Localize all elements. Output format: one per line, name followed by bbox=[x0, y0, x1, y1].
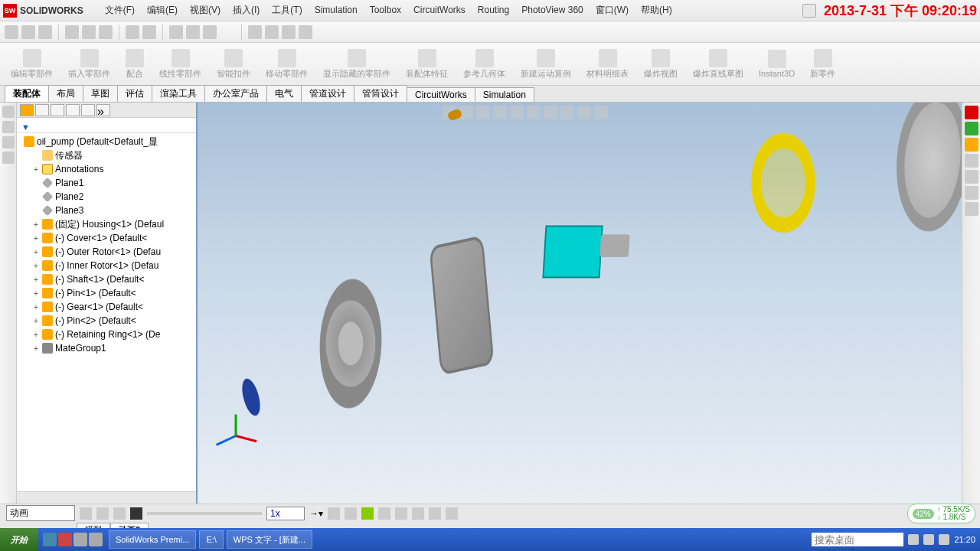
scene-icon[interactable] bbox=[577, 106, 591, 119]
taskbar-item[interactable]: SolidWorks Premi... bbox=[109, 530, 196, 549]
display-style-icon[interactable] bbox=[527, 106, 541, 119]
cmd-装配体特征[interactable]: 装配体特征 bbox=[401, 47, 452, 81]
cmd-参考几何体[interactable]: 参考几何体 bbox=[459, 47, 510, 81]
fm-tab2-icon[interactable] bbox=[2, 121, 15, 133]
part-cover-ring[interactable] bbox=[733, 133, 833, 233]
cmd-线性零部件[interactable]: 线性零部件 bbox=[155, 47, 206, 81]
tree-item[interactable]: +(-) Pin<1> (Default< bbox=[17, 286, 196, 300]
tree-item[interactable]: Plane1 bbox=[17, 176, 196, 190]
animation-wizard-icon[interactable] bbox=[345, 507, 357, 520]
section-icon[interactable] bbox=[299, 25, 312, 39]
quicklaunch-icon[interactable] bbox=[89, 533, 103, 546]
tray-icon[interactable] bbox=[908, 534, 919, 545]
zoom-fit-icon[interactable] bbox=[186, 25, 200, 39]
tree-item[interactable]: 传感器 bbox=[17, 148, 196, 162]
tree-item[interactable]: +Annotations bbox=[17, 162, 196, 176]
tree-item[interactable]: +(固定) Housing<1> (Defaul bbox=[17, 217, 196, 231]
fm-display-tab-icon[interactable] bbox=[81, 104, 95, 116]
stop-icon[interactable] bbox=[130, 507, 142, 520]
select-icon[interactable] bbox=[169, 25, 183, 39]
redo-icon[interactable] bbox=[99, 25, 113, 39]
tree-item[interactable]: +(-) Retaining Ring<1> (De bbox=[17, 328, 196, 341]
tab-办公室产品[interactable]: 办公室产品 bbox=[204, 85, 267, 102]
menu-Routing[interactable]: Routing bbox=[472, 5, 515, 15]
tray-icon[interactable] bbox=[923, 534, 934, 545]
taskpane-more-icon[interactable] bbox=[965, 202, 978, 216]
gravity-icon[interactable] bbox=[446, 507, 458, 520]
tab-草图[interactable]: 草图 bbox=[83, 85, 118, 102]
tab-管筒设计[interactable]: 管筒设计 bbox=[354, 85, 407, 102]
fm-tab4-icon[interactable] bbox=[2, 152, 15, 164]
desktop-search-input[interactable] bbox=[812, 533, 903, 546]
playback-slider[interactable] bbox=[147, 512, 262, 515]
view-settings-icon[interactable] bbox=[594, 106, 608, 119]
tab-布局[interactable]: 布局 bbox=[48, 85, 83, 102]
tree-item[interactable]: +(-) Shaft<1> (Default< bbox=[17, 272, 196, 286]
tree-root[interactable]: oil_pump (Default<Default_显 bbox=[17, 135, 196, 148]
cmd-新零件[interactable]: 新零件 bbox=[805, 47, 840, 81]
menu-CircuitWorks[interactable]: CircuitWorks bbox=[407, 5, 472, 15]
menu-文件(F)[interactable]: 文件(F) bbox=[99, 5, 141, 15]
motor-icon[interactable] bbox=[395, 507, 407, 520]
contact-icon[interactable] bbox=[429, 507, 441, 520]
part-outer-rotor[interactable] bbox=[871, 103, 962, 233]
print-icon[interactable] bbox=[65, 25, 79, 39]
view-orient-icon[interactable] bbox=[248, 25, 262, 39]
tree-item[interactable]: +(-) Gear<1> (Default< bbox=[17, 300, 196, 314]
search-icon[interactable] bbox=[802, 4, 816, 18]
display-style-icon[interactable] bbox=[265, 25, 279, 39]
zoom-area-icon[interactable] bbox=[203, 25, 217, 39]
play-start-icon[interactable] bbox=[96, 507, 109, 520]
file-explorer-icon[interactable] bbox=[965, 138, 978, 152]
menu-帮助(H)[interactable]: 帮助(H) bbox=[635, 5, 678, 15]
part-housing[interactable] bbox=[542, 225, 634, 294]
quicklaunch-icon[interactable] bbox=[74, 533, 87, 546]
fm-dimx-tab-icon[interactable] bbox=[66, 104, 80, 116]
cmd-爆炸直线草图[interactable]: 爆炸直线草图 bbox=[688, 47, 748, 81]
cmd-Instant3D[interactable]: Instant3D bbox=[754, 48, 799, 80]
tree-item[interactable]: Plane3 bbox=[17, 204, 196, 217]
undo-icon[interactable] bbox=[82, 25, 96, 39]
playback-speed-select[interactable]: 1x bbox=[266, 507, 305, 520]
new-icon[interactable] bbox=[5, 25, 18, 39]
tab-管道设计[interactable]: 管道设计 bbox=[301, 85, 354, 102]
cmd-新建运动算例[interactable]: 新建运动算例 bbox=[516, 47, 576, 81]
menu-PhotoView 360[interactable]: PhotoView 360 bbox=[515, 5, 590, 15]
tree-item[interactable]: +(-) Outer Rotor<1> (Defau bbox=[17, 245, 196, 259]
appearance-icon[interactable] bbox=[560, 106, 574, 119]
view-orient-icon[interactable] bbox=[510, 106, 524, 119]
graphics-viewport[interactable] bbox=[198, 103, 962, 504]
menu-视图(V)[interactable]: 视图(V) bbox=[184, 5, 227, 15]
fm-more-tab-icon[interactable]: » bbox=[96, 104, 110, 116]
menu-编辑(E)[interactable]: 编辑(E) bbox=[141, 5, 184, 15]
custom-props-icon[interactable] bbox=[965, 186, 978, 200]
open-icon[interactable] bbox=[21, 25, 35, 39]
rebuild-icon[interactable] bbox=[126, 25, 139, 39]
cmd-爆炸视图[interactable]: 爆炸视图 bbox=[639, 47, 682, 81]
fm-tab3-icon[interactable] bbox=[2, 136, 15, 148]
autokey-icon[interactable] bbox=[361, 507, 374, 520]
tab-电气[interactable]: 电气 bbox=[266, 85, 302, 102]
options-icon[interactable] bbox=[142, 25, 156, 39]
calculate-icon[interactable] bbox=[80, 507, 92, 520]
hide-show-icon[interactable] bbox=[282, 25, 296, 39]
motion-type-select[interactable]: 动画 bbox=[6, 505, 75, 521]
start-button[interactable]: 开始 bbox=[0, 528, 38, 551]
menu-插入(I)[interactable]: 插入(I) bbox=[227, 5, 266, 15]
prev-view-icon[interactable] bbox=[476, 106, 490, 119]
cmd-材料明细表[interactable]: 材料明细表 bbox=[582, 47, 633, 81]
save-icon[interactable] bbox=[38, 25, 52, 39]
fm-design-tree-tab-icon[interactable] bbox=[20, 104, 34, 116]
tree-item[interactable]: +(-) Cover<1> (Default< bbox=[17, 231, 196, 245]
cmd-编辑零部件[interactable]: 编辑零部件 bbox=[6, 47, 57, 81]
menu-窗口(W)[interactable]: 窗口(W) bbox=[590, 5, 635, 15]
tab-评估[interactable]: 评估 bbox=[117, 85, 152, 102]
part-rotor[interactable] bbox=[420, 240, 504, 370]
menu-工具(T)[interactable]: 工具(T) bbox=[266, 5, 308, 15]
part-gear[interactable] bbox=[297, 279, 404, 409]
quicklaunch-icon[interactable] bbox=[43, 533, 57, 546]
tree-item[interactable]: +MateGroup1 bbox=[17, 341, 196, 355]
cmd-显示隐藏的零部件[interactable]: 显示隐藏的零部件 bbox=[318, 47, 395, 81]
appearances-icon[interactable] bbox=[965, 170, 978, 184]
play-icon[interactable] bbox=[113, 507, 126, 520]
